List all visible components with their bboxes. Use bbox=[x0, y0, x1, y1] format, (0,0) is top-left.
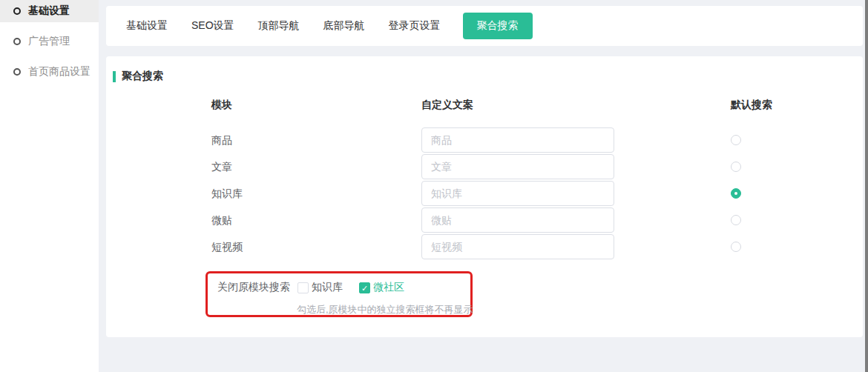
circle-bullet-icon bbox=[13, 68, 21, 76]
sidebar-item[interactable]: 广告管理 bbox=[0, 30, 99, 53]
close-original-hint: 勾选后,原模块中的独立搜索框将不再显示 bbox=[297, 303, 473, 316]
section-header: 聚合搜索 bbox=[113, 70, 163, 83]
module-table: 商品 文章 知识库 微贴 bbox=[106, 127, 863, 260]
module-label: 短视频 bbox=[211, 233, 243, 260]
checkbox-label: 微社区 bbox=[373, 281, 404, 294]
custom-text-input[interactable] bbox=[421, 234, 614, 259]
settings-tab[interactable]: 登录页设置 bbox=[387, 13, 442, 39]
circle-bullet-icon bbox=[13, 7, 21, 15]
default-search-radio[interactable] bbox=[731, 135, 741, 145]
module-label: 商品 bbox=[211, 127, 232, 153]
checkbox-icon bbox=[359, 282, 370, 293]
custom-text-input[interactable] bbox=[421, 154, 614, 179]
custom-text-input[interactable] bbox=[421, 207, 614, 233]
settings-tab[interactable]: 顶部导航 bbox=[257, 13, 301, 39]
custom-text-input[interactable] bbox=[421, 181, 614, 206]
vertical-scrollbar[interactable] bbox=[865, 0, 868, 372]
sidebar-item-label: 首页商品设置 bbox=[28, 65, 91, 79]
sidebar-item[interactable]: 基础设置 bbox=[0, 0, 99, 22]
sidebar: 基础设置 广告管理 首页商品设置 bbox=[0, 0, 99, 372]
module-label: 文章 bbox=[211, 153, 232, 180]
default-search-radio[interactable] bbox=[731, 162, 741, 172]
close-original-module-row: 关闭原模块搜索 知识库 微社区 bbox=[217, 280, 404, 295]
column-header-module: 模块 bbox=[211, 99, 232, 112]
module-disable-checkbox[interactable]: 知识库 bbox=[297, 281, 343, 294]
column-header-default-search: 默认搜索 bbox=[731, 99, 772, 112]
checkbox-icon bbox=[297, 282, 309, 293]
module-label: 知识库 bbox=[211, 180, 243, 207]
close-checkbox-group: 知识库 微社区 bbox=[290, 281, 404, 294]
default-search-radio[interactable] bbox=[731, 215, 741, 225]
close-original-module-label: 关闭原模块搜索 bbox=[217, 281, 290, 294]
custom-text-input[interactable] bbox=[421, 127, 614, 153]
circle-bullet-icon bbox=[13, 38, 21, 45]
sidebar-item-label: 基础设置 bbox=[28, 4, 70, 18]
red-annotation-box: 关闭原模块搜索 知识库 微社区 勾选后,原模块中的独 bbox=[206, 271, 473, 317]
settings-tabbar: 基础设置 SEO设置 顶部导航 底部导航 登录页设置 聚合搜索 bbox=[106, 6, 863, 46]
checkbox-label: 知识库 bbox=[312, 281, 343, 294]
sidebar-item-label: 广告管理 bbox=[28, 35, 70, 48]
section-title: 聚合搜索 bbox=[122, 70, 163, 83]
table-row: 知识库 bbox=[106, 180, 863, 207]
aggregate-search-panel: 聚合搜索 模块 自定义文案 默认搜索 商品 文章 知识库 bbox=[106, 56, 863, 337]
settings-tab[interactable]: 底部导航 bbox=[322, 13, 366, 39]
table-row: 短视频 bbox=[106, 233, 863, 260]
settings-tab[interactable]: 基础设置 bbox=[125, 13, 169, 39]
default-search-radio[interactable] bbox=[731, 242, 741, 252]
sidebar-item[interactable]: 首页商品设置 bbox=[0, 61, 99, 83]
settings-tab[interactable]: SEO设置 bbox=[190, 13, 236, 39]
table-row: 商品 bbox=[106, 127, 863, 153]
section-accent-bar bbox=[113, 71, 116, 82]
default-search-radio[interactable] bbox=[731, 188, 741, 199]
table-row: 微贴 bbox=[106, 207, 863, 233]
module-label: 微贴 bbox=[211, 207, 232, 233]
settings-tab[interactable]: 聚合搜索 bbox=[463, 13, 533, 39]
settings-page: 基础设置 广告管理 首页商品设置 基础设置 SEO设置 顶部导航 底部导航 登录… bbox=[0, 0, 868, 372]
table-row: 文章 bbox=[106, 153, 863, 180]
column-header-custom-text: 自定义文案 bbox=[421, 99, 473, 112]
module-disable-checkbox[interactable]: 微社区 bbox=[359, 281, 404, 294]
